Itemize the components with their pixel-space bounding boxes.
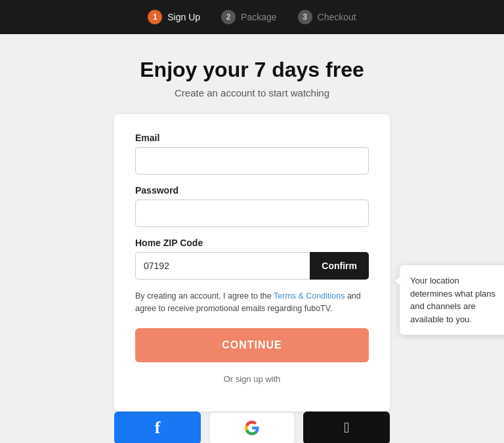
confirm-button[interactable]: Confirm	[310, 252, 369, 280]
tooltip-text: Your location determines what plans and …	[410, 276, 495, 324]
step-signup: 1 Sign Up	[148, 10, 200, 24]
continue-button[interactable]: CONTINUE	[135, 328, 369, 362]
step-1-circle: 1	[148, 10, 162, 24]
terms-link[interactable]: Terms & Conditions	[274, 291, 345, 301]
step-checkout: 3 Checkout	[298, 10, 356, 24]
zip-input[interactable]	[135, 252, 310, 280]
zip-row: Confirm	[135, 252, 369, 280]
signup-card: Email Password Home ZIP Code Confirm By …	[114, 114, 390, 411]
step-2-label: Package	[241, 12, 276, 22]
apple-icon: 	[344, 419, 349, 436]
step-3-circle: 3	[298, 10, 312, 24]
email-label: Email	[135, 133, 369, 143]
password-label: Password	[135, 185, 369, 196]
or-sign-up-text: Or sign up with	[135, 374, 369, 384]
step-package: 2 Package	[221, 10, 276, 24]
step-2-circle: 2	[221, 10, 236, 24]
social-buttons-row: f 	[114, 411, 390, 444]
google-button[interactable]	[209, 411, 295, 444]
page-headline: Enjoy your 7 days free	[140, 58, 364, 82]
main-content: Enjoy your 7 days free Create an account…	[0, 34, 504, 443]
google-icon	[244, 420, 260, 436]
zip-tooltip: Your location determines what plans and …	[400, 265, 504, 335]
password-input[interactable]	[135, 200, 369, 227]
facebook-icon: f	[155, 419, 161, 436]
step-3-label: Checkout	[318, 12, 356, 22]
facebook-button[interactable]: f	[114, 411, 201, 444]
apple-button[interactable]: 	[303, 411, 390, 444]
email-input[interactable]	[135, 147, 369, 175]
page-subheadline: Create an account to start watching	[175, 87, 329, 98]
zip-label: Home ZIP Code	[135, 238, 369, 248]
step-1-label: Sign Up	[167, 12, 200, 22]
terms-text: By creating an account, I agree to the T…	[135, 290, 369, 315]
header: 1 Sign Up 2 Package 3 Checkout	[0, 0, 504, 34]
